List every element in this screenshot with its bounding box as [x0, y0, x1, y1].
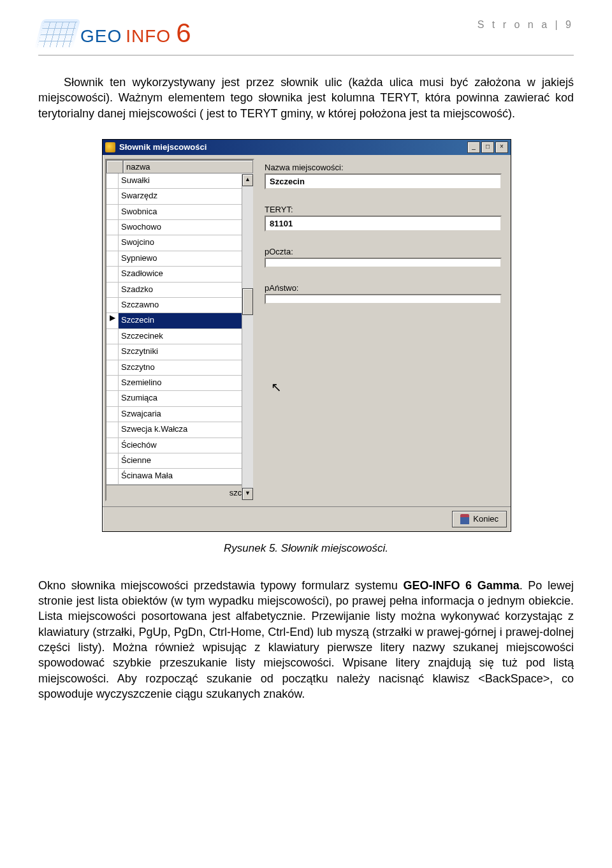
list-item[interactable]: Ściechów: [106, 438, 253, 453]
logo-text-geo: GEO: [80, 26, 122, 47]
row-indicator: [106, 298, 119, 313]
row-name: Szadłowice: [119, 267, 253, 282]
row-indicator: [106, 267, 119, 282]
logo: GEO INFO 6: [38, 19, 191, 50]
row-indicator: [106, 344, 119, 360]
row-name: Swojcino: [119, 235, 253, 251]
row-name: Szadzko: [119, 283, 253, 298]
row-indicator: [106, 453, 119, 469]
list-item[interactable]: Szczawno: [106, 298, 253, 313]
scroll-down-button[interactable]: ▼: [242, 488, 253, 500]
titlebar[interactable]: Słownik miejscowości _ □ ×: [103, 140, 511, 155]
list-item[interactable]: Szadzko: [106, 283, 253, 298]
row-name: Swarzędz: [119, 189, 253, 204]
list-item[interactable]: Szadłowice: [106, 267, 253, 282]
label-panstwo: pAństwo:: [265, 283, 502, 293]
list-item[interactable]: Szumiąca: [106, 391, 253, 406]
end-button-label: Koniec: [473, 514, 499, 524]
form-panel: Nazwa miejscowości: Szczecin TERYT: 8110…: [258, 159, 508, 501]
row-name: Szczytniki: [119, 344, 253, 360]
list-item[interactable]: Swojcino: [106, 235, 253, 251]
list-item[interactable]: Szczytno: [106, 360, 253, 376]
input-teryt[interactable]: 81101: [265, 216, 502, 232]
list-header-name[interactable]: nazwa: [123, 160, 253, 173]
list-item[interactable]: Szczecinek: [106, 329, 253, 344]
row-indicator: [106, 173, 119, 189]
page-header: GEO INFO 6 S t r o n a | 9: [38, 19, 574, 55]
row-name: Swobnica: [119, 205, 253, 220]
logo-text-six: 6: [176, 22, 191, 44]
label-nazwa: Nazwa miejscowości:: [265, 163, 502, 172]
list-item[interactable]: Swobnica: [106, 205, 253, 220]
row-indicator: [106, 407, 119, 422]
logo-cube-icon: [34, 19, 81, 50]
list-item[interactable]: Szwajcaria: [106, 407, 253, 422]
list-item[interactable]: Szwecja k.Wałcza: [106, 422, 253, 438]
row-indicator: [106, 360, 119, 376]
row-indicator: [106, 235, 119, 251]
list-item[interactable]: Ścinawa Mała: [106, 469, 253, 484]
window-title: Słownik miejscowości: [119, 142, 207, 152]
para2-bold: GEO-INFO 6 Gamma: [403, 579, 519, 592]
row-name: Ściechów: [119, 438, 253, 453]
row-name: Suwałki: [119, 173, 253, 189]
label-poczta: pOczta:: [265, 247, 502, 256]
scroll-up-button[interactable]: ▲: [242, 174, 253, 186]
minimize-button[interactable]: _: [467, 142, 480, 153]
input-panstwo[interactable]: [265, 294, 502, 304]
row-name: Szczecin: [119, 313, 253, 328]
row-indicator: [106, 189, 119, 204]
input-nazwa[interactable]: Szczecin: [265, 173, 502, 189]
row-indicator: [106, 469, 119, 484]
figure-caption: Rysunek 5. Słownik miejscowości.: [38, 542, 574, 555]
door-icon: [460, 514, 469, 524]
row-name: Szczawno: [119, 298, 253, 313]
scroll-track[interactable]: [242, 186, 253, 488]
label-teryt: TERYT:: [265, 205, 502, 214]
para2-c: . Po lewej stronie jest lista obiektów (…: [38, 579, 574, 700]
row-indicator: [106, 220, 119, 235]
row-name: Szwecja k.Wałcza: [119, 422, 253, 438]
page-number: S t r o n a | 9: [477, 19, 574, 31]
list-panel: nazwa SuwałkiSwarzędzSwobnicaSwochowoSwo…: [105, 159, 254, 501]
row-indicator: [106, 438, 119, 453]
row-indicator: [106, 205, 119, 220]
close-button[interactable]: ×: [495, 142, 508, 153]
para2-a: Okno słownika miejscowości przedstawia t…: [38, 579, 403, 592]
row-indicator: [106, 422, 119, 438]
row-indicator: [106, 251, 119, 267]
list-item[interactable]: Suwałki: [106, 173, 253, 189]
maximize-button[interactable]: □: [481, 142, 494, 153]
list-body[interactable]: SuwałkiSwarzędzSwobnicaSwochowoSwojcinoS…: [106, 173, 253, 485]
row-name: Szumiąca: [119, 391, 253, 406]
row-name: Szczytno: [119, 360, 253, 376]
row-indicator: ▶: [106, 313, 119, 328]
row-name: Szwajcaria: [119, 407, 253, 422]
row-name: Swochowo: [119, 220, 253, 235]
row-name: Sypniewo: [119, 251, 253, 267]
end-button[interactable]: Koniec: [452, 511, 507, 527]
list-item[interactable]: Ścienne: [106, 453, 253, 469]
input-poczta[interactable]: [265, 258, 502, 268]
app-icon: [105, 142, 115, 152]
list-item[interactable]: Szemielino: [106, 376, 253, 391]
row-indicator: [106, 391, 119, 406]
list-item[interactable]: Sypniewo: [106, 251, 253, 267]
row-name: Szemielino: [119, 376, 253, 391]
list-item[interactable]: Swochowo: [106, 220, 253, 235]
footer-row: Koniec: [103, 506, 511, 531]
list-header-stub[interactable]: [106, 160, 123, 173]
list-item[interactable]: Swarzędz: [106, 189, 253, 204]
scrollbar[interactable]: ▲ ▼: [242, 174, 253, 500]
row-indicator: [106, 283, 119, 298]
list-item[interactable]: Szczytniki: [106, 344, 253, 360]
list-item[interactable]: ▶Szczecin: [106, 313, 253, 328]
row-indicator: [106, 329, 119, 344]
row-name: Szczecinek: [119, 329, 253, 344]
search-row: szcze: [106, 485, 253, 500]
row-name: Ścinawa Mała: [119, 469, 253, 484]
paragraph-2: Okno słownika miejscowości przedstawia t…: [38, 578, 574, 702]
logo-text-info: INFO: [126, 26, 171, 47]
paragraph-1: Słownik ten wykorzystywany jest przez sł…: [38, 75, 574, 121]
scroll-thumb[interactable]: [242, 288, 253, 315]
